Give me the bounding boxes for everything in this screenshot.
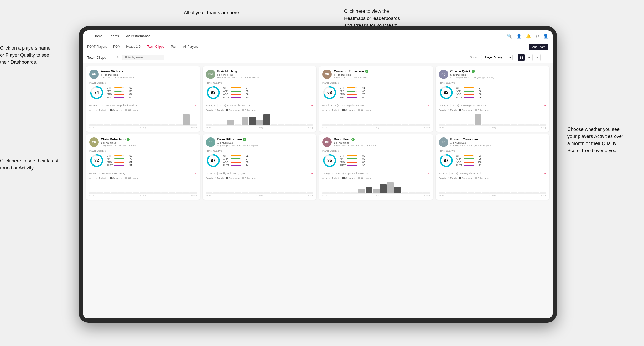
off-course-legend[interactable]: Off course — [242, 177, 256, 179]
verified-badge: ✓ — [472, 70, 475, 73]
chart-bar — [540, 192, 546, 193]
on-course-legend[interactable]: On course — [342, 177, 356, 179]
subnav-pga[interactable]: PGA — [113, 43, 120, 51]
quality-circle[interactable]: 82 — [89, 153, 104, 168]
latest-round[interactable]: 26 Aug 23 | 73 (+1), Royal North Devon G… — [206, 102, 314, 107]
on-course-legend[interactable]: On course — [226, 177, 240, 179]
player-card[interactable]: CR Cameron Robertson ✓ 11-15 Handicap Ro… — [319, 66, 433, 132]
nav-teams[interactable]: Teams — [109, 33, 119, 39]
search-icon[interactable]: 🔍 — [507, 34, 512, 39]
avatar-icon[interactable]: 👤 — [543, 34, 548, 39]
chart-label: 21 Aug — [256, 194, 263, 196]
latest-round[interactable]: 26 Aug 23 | 84 (+12), Royal North Devon … — [322, 170, 430, 175]
ipad-frame: Home Teams My Performance 🔍 👤 🔔 ⚙ 👤 PGAT… — [79, 26, 557, 323]
on-course-legend[interactable]: On course — [110, 177, 123, 179]
quality-circle[interactable]: 83 — [439, 85, 454, 100]
edit-icon[interactable]: ✎ — [116, 56, 119, 59]
off-course-legend[interactable]: Off course — [358, 177, 372, 179]
quality-section-label: Player Quality ℹ — [206, 82, 314, 84]
player-name[interactable]: David Ford — [334, 137, 350, 141]
player-name[interactable]: Aaron Nicholls — [101, 70, 123, 73]
off-course-legend[interactable]: Off course — [475, 177, 489, 179]
search-input[interactable] — [122, 55, 164, 60]
latest-round[interactable]: 07 Aug 23 | 77 (+7), St George's Hill GC… — [439, 102, 547, 107]
off-course-legend[interactable]: Off course — [125, 109, 139, 111]
on-course-legend[interactable]: On course — [459, 177, 473, 179]
player-card[interactable]: CR Chris Robertson ✓ 1-5 Handicap Craigm… — [86, 134, 200, 200]
bell-icon[interactable]: 🔔 — [526, 34, 531, 39]
view-filter-button[interactable]: ▼ — [534, 54, 541, 61]
chart-bar — [409, 124, 415, 125]
player-name[interactable]: Charlie Quick — [450, 70, 471, 73]
latest-round[interactable]: 18 Jul 23 | 74 (+4), Sunningdale GC - Ol… — [439, 170, 547, 175]
off-course-legend[interactable]: Off course — [125, 177, 139, 179]
activity-title: Activity · 1 Month — [206, 177, 224, 179]
player-card[interactable]: AN Aaron Nicholls 11-15 Handicap Drift G… — [86, 66, 200, 132]
player-card[interactable]: DB Dave Billingham ✓ 1-5 Handicap Sog Ma… — [203, 134, 317, 200]
player-card[interactable]: DF David Ford ✓ 1-5 Handicap Royal North… — [319, 134, 433, 200]
person-icon[interactable]: 👤 — [516, 34, 522, 39]
view-grid-large-button[interactable]: ▮▮ — [518, 54, 525, 61]
chart-bar — [220, 192, 227, 193]
stat-app-val: 79 — [476, 158, 482, 160]
on-course-legend[interactable]: On course — [342, 109, 356, 111]
off-course-legend[interactable]: Off course — [242, 109, 256, 111]
nav-my-performance[interactable]: My Performance — [125, 33, 150, 39]
show-select[interactable]: Player Activity — [481, 55, 513, 60]
settings-icon[interactable]: ⚙ — [535, 34, 539, 39]
player-card[interactable]: EC Edward Crossman 1-5 Handicap Sunningd… — [436, 134, 550, 200]
player-handicap: 1-5 Handicap — [217, 141, 314, 144]
quality-circle[interactable]: 93 — [206, 85, 221, 100]
add-team-button[interactable]: Add Team — [529, 44, 548, 50]
latest-round[interactable]: 04 Sep 23 | Mobility with coach, Gym → — [206, 170, 314, 175]
subnav-hcaps[interactable]: Hcaps 1-5 — [126, 43, 141, 51]
chart-bar — [213, 192, 220, 193]
quality-circle[interactable]: 87 — [206, 153, 221, 168]
player-avatar: BM — [206, 70, 215, 79]
player-name[interactable]: Cameron Robertson — [334, 70, 364, 73]
quality-circle[interactable]: 74 — [89, 85, 104, 100]
stat-arg-bar — [114, 162, 124, 163]
nav-home[interactable]: Home — [94, 33, 103, 39]
stat-app-bar-wrap — [231, 91, 241, 92]
player-info: Chris Robertson ✓ 1-5 Handicap Craigmill… — [101, 137, 197, 147]
on-course-legend[interactable]: On course — [459, 109, 473, 111]
stat-app-label: APP — [107, 158, 113, 160]
subnav-all-players[interactable]: All Players — [183, 43, 198, 51]
latest-round[interactable]: 02 Sep 23 | Sunset round to get back int… — [89, 102, 197, 107]
stat-putt-val: 92 — [476, 164, 482, 167]
on-course-legend[interactable]: On course — [226, 109, 240, 111]
player-card[interactable]: BM Blair McHarg Plus Handicap Royal Nort… — [203, 66, 317, 132]
quality-circle[interactable]: 68 — [322, 85, 337, 100]
player-name[interactable]: Chris Robertson — [101, 137, 126, 141]
latest-round-text: 03 Mar 23 | 19, Must make putting — [89, 172, 125, 175]
stat-putt-bar-wrap — [464, 97, 474, 98]
player-name[interactable]: Blair McHarg — [217, 70, 237, 73]
latest-round[interactable]: 02 Jul 23 | 59 (+17), Craigmillar Park G… — [322, 102, 430, 107]
subnav-pgat[interactable]: PGAT Players — [87, 43, 107, 51]
avatar-initials: AN — [92, 73, 96, 76]
chart-bar — [147, 124, 154, 125]
player-name[interactable]: Dave Billingham — [217, 137, 242, 141]
off-course-legend[interactable]: Off course — [358, 109, 372, 111]
view-sort-button[interactable]: ↕ — [542, 54, 548, 61]
player-name[interactable]: Edward Crossman — [450, 137, 478, 141]
quality-circle[interactable]: 87 — [439, 153, 454, 168]
on-course-legend[interactable]: On course — [110, 109, 123, 111]
latest-round[interactable]: 03 Mar 23 | 19, Must make putting → — [89, 170, 197, 175]
stat-arg-bar-wrap — [114, 94, 124, 95]
round-arrow-icon: → — [311, 104, 313, 107]
stat-app-val: 80 — [360, 158, 365, 160]
quality-circle[interactable]: 85 — [322, 153, 337, 168]
subnav-tour[interactable]: Tour — [171, 43, 177, 51]
player-info: Dave Billingham ✓ 1-5 Handicap Sog Magin… — [217, 137, 314, 147]
off-course-label: Off course — [361, 177, 372, 179]
subnav-team-clippd[interactable]: Team Clippd — [147, 43, 164, 51]
player-info: Cameron Robertson ✓ 11-15 Handicap Royal… — [334, 70, 430, 79]
quality-section: 83 OTT 77 APP 80 ARG 83 PUTT 86 — [439, 85, 547, 100]
off-course-legend[interactable]: Off course — [475, 109, 489, 111]
view-grid-small-button[interactable]: ■ — [526, 54, 533, 61]
stat-arg-bar-wrap — [347, 162, 357, 163]
chart-bar — [475, 192, 481, 193]
player-card[interactable]: CQ Charlie Quick ✓ 6-10 Handicap St. Geo… — [436, 66, 550, 132]
